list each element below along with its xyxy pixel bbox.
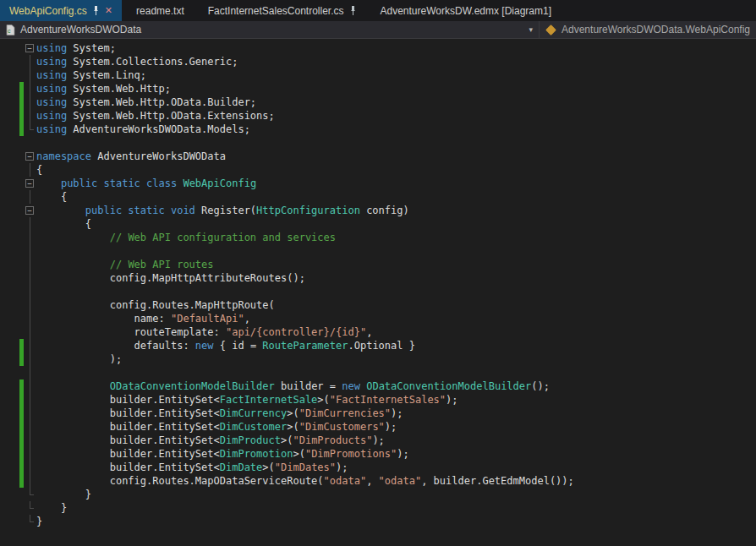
code-line-33[interactable]: config.Routes.MapODataServiceRoute("odat… (0, 474, 756, 488)
navigation-bar: c AdventureWorksDWOData ▾ AdventureWorks… (0, 21, 756, 39)
fold-margin (24, 96, 36, 109)
code-text: builder.EntitySet<FactInternetSale>("Fac… (36, 393, 458, 407)
fold-margin (24, 515, 36, 528)
code-text: using System.Collections.Generic; (36, 55, 238, 68)
code-text: // Web API configuration and services (36, 231, 336, 244)
fold-margin (24, 82, 36, 96)
fold-margin (24, 163, 36, 177)
fold-margin (24, 217, 36, 231)
code-text: } (36, 501, 67, 515)
fold-margin (24, 271, 36, 285)
fold-margin (24, 488, 36, 501)
code-line-5[interactable]: using System.Web.Http.OData.Builder; (0, 96, 756, 109)
code-line-10[interactable]: { (0, 163, 756, 177)
code-text: { (36, 163, 42, 177)
code-line-35[interactable]: } (0, 501, 756, 515)
code-line-15[interactable]: // Web API configuration and services (0, 231, 756, 244)
code-text: routeTemplate: "api/{controller}/{id}", (36, 325, 372, 339)
code-line-6[interactable]: using System.Web.Http.OData.Extensions; (0, 109, 756, 123)
fold-collapse-icon[interactable]: − (24, 177, 36, 190)
code-line-9[interactable]: −namespace AdventureWorksDWOData (0, 150, 756, 163)
code-line-21[interactable]: name: "DefaultApi", (0, 312, 756, 325)
fold-margin (24, 68, 36, 82)
code-line-11[interactable]: − public static class WebApiConfig (0, 177, 756, 190)
fold-margin (24, 352, 36, 366)
code-text: // Web API routes (36, 258, 214, 271)
code-text: using AdventureWorksDWOData.Models; (36, 123, 250, 136)
code-line-1[interactable]: −using System; (0, 41, 756, 55)
code-text: using System; (36, 41, 116, 55)
code-text: builder.EntitySet<DimCurrency>("DimCurre… (36, 407, 403, 420)
code-line-7[interactable]: using AdventureWorksDWOData.Models; (0, 123, 756, 136)
tab-readme-txt[interactable]: readme.txt (127, 0, 194, 21)
code-line-8[interactable] (0, 136, 756, 150)
fold-margin (24, 298, 36, 312)
code-line-4[interactable]: using System.Web.Http; (0, 82, 756, 96)
code-line-32[interactable]: builder.EntitySet<DimDate>("DimDates"); (0, 461, 756, 474)
code-line-34[interactable]: } (0, 488, 756, 501)
code-line-18[interactable]: config.MapHttpAttributeRoutes(); (0, 271, 756, 285)
code-line-13[interactable]: − public static void Register(HttpConfig… (0, 204, 756, 217)
fold-collapse-icon[interactable]: − (24, 150, 36, 163)
code-text: } (36, 515, 42, 528)
member-dropdown[interactable]: AdventureWorksDWOData.WebApiConfig (540, 21, 756, 38)
code-line-24[interactable]: ); (0, 352, 756, 366)
tab-factinternetsalescontroller-cs[interactable]: FactInternetSalesController.cs (199, 0, 366, 21)
csharp-file-icon: c (6, 25, 15, 35)
pin-icon[interactable] (349, 6, 357, 16)
fold-margin (24, 393, 36, 407)
pin-icon[interactable] (92, 6, 100, 16)
code-line-23[interactable]: defaults: new { id = RouteParameter.Opti… (0, 339, 756, 352)
code-line-3[interactable]: using System.Linq; (0, 68, 756, 82)
fold-collapse-icon[interactable]: − (24, 204, 36, 217)
code-line-2[interactable]: using System.Collections.Generic; (0, 55, 756, 68)
code-line-36[interactable]: } (0, 515, 756, 528)
code-text: builder.EntitySet<DimProduct>("DimProduc… (36, 434, 385, 447)
fold-margin (24, 136, 36, 150)
code-line-25[interactable] (0, 366, 756, 379)
code-line-31[interactable]: builder.EntitySet<DimPromotion>("DimProm… (0, 447, 756, 461)
fold-collapse-icon[interactable]: − (24, 41, 36, 55)
fold-margin (24, 501, 36, 515)
code-line-14[interactable]: { (0, 217, 756, 231)
code-line-17[interactable]: // Web API routes (0, 258, 756, 271)
tab-label: WebApiConfig.cs (9, 5, 87, 17)
code-editor[interactable]: −using System;using System.Collections.G… (0, 39, 756, 546)
close-icon[interactable]: ✕ (105, 6, 112, 15)
code-line-20[interactable]: config.Routes.MapHttpRoute( (0, 298, 756, 312)
code-line-28[interactable]: builder.EntitySet<DimCurrency>("DimCurre… (0, 407, 756, 420)
fold-margin (24, 109, 36, 123)
code-text: builder.EntitySet<DimCustomer>("DimCusto… (36, 420, 397, 434)
code-text: builder.EntitySet<DimDate>("DimDates"); (36, 461, 348, 474)
code-line-29[interactable]: builder.EntitySet<DimCustomer>("DimCusto… (0, 420, 756, 434)
code-line-16[interactable] (0, 244, 756, 258)
code-line-19[interactable] (0, 285, 756, 298)
code-line-27[interactable]: builder.EntitySet<FactInternetSale>("Fac… (0, 393, 756, 407)
code-text: using System.Web.Http; (36, 82, 171, 96)
tab-webapiconfig-cs[interactable]: WebApiConfig.cs✕ (0, 0, 122, 21)
code-text: namespace AdventureWorksDWOData (36, 150, 226, 163)
scope-dropdown[interactable]: c AdventureWorksDWOData ▾ (0, 21, 540, 38)
tab-label: readme.txt (136, 5, 184, 17)
tab-adventureworksdw-edmx-diagram1[interactable]: AdventureWorksDW.edmx [Diagram1] (371, 0, 562, 21)
fold-margin (24, 379, 36, 393)
fold-margin (24, 420, 36, 434)
fold-margin (24, 434, 36, 447)
code-text: name: "DefaultApi", (36, 312, 250, 325)
fold-margin (24, 244, 36, 258)
code-line-12[interactable]: { (0, 190, 756, 204)
code-text: public static class WebApiConfig (36, 177, 256, 190)
fold-margin (24, 55, 36, 68)
code-text: defaults: new { id = RouteParameter.Opti… (36, 339, 415, 352)
chevron-down-icon[interactable]: ▾ (529, 25, 533, 34)
scope-dropdown-value: AdventureWorksDWOData (20, 24, 141, 35)
code-line-22[interactable]: routeTemplate: "api/{controller}/{id}", (0, 325, 756, 339)
code-text: config.Routes.MapODataServiceRoute("odat… (36, 474, 574, 488)
svg-text:c: c (8, 28, 11, 34)
code-line-26[interactable]: ODataConventionModelBuilder builder = ne… (0, 379, 756, 393)
code-text: using System.Web.Http.OData.Builder; (36, 96, 256, 109)
code-line-30[interactable]: builder.EntitySet<DimProduct>("DimProduc… (0, 434, 756, 447)
fold-margin (24, 474, 36, 488)
code-text: ); (36, 352, 122, 366)
code-text: using System.Linq; (36, 68, 146, 82)
